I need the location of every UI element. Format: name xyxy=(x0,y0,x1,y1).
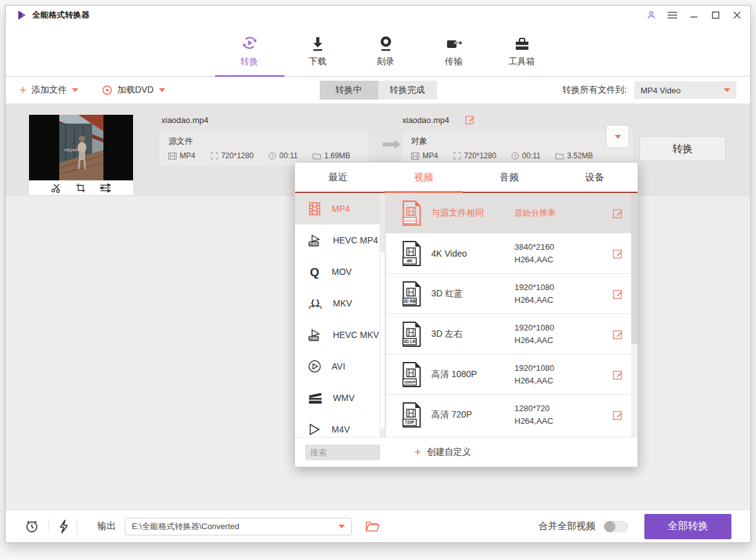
clock-icon xyxy=(269,152,276,160)
nav-tab-label: 转换 xyxy=(241,56,259,67)
schedule-clock-icon[interactable] xyxy=(25,519,39,534)
plus-icon: + xyxy=(414,448,421,457)
minimize-icon[interactable] xyxy=(689,11,699,20)
preset-row-3d-lr[interactable]: 3D LR 3D 左右 1920*1080H264,AAC xyxy=(386,314,637,354)
preset-720p-icon: 720P xyxy=(401,402,422,428)
thumbnail-image: KBQWN xyxy=(29,115,133,180)
output-label: 输出 xyxy=(97,520,116,532)
format-item-mp4[interactable]: MP4 xyxy=(295,193,385,225)
trim-scissors-icon[interactable] xyxy=(51,183,62,193)
preset-row-1080p[interactable]: 1080P 高清 1080P 1920*1080H264,AAC xyxy=(386,354,637,395)
format-item-m4v[interactable]: M4V xyxy=(295,414,385,437)
svg-text:HEVC: HEVC xyxy=(309,337,318,341)
format-item-wmv[interactable]: WMV xyxy=(295,382,385,414)
preset-row-3d-rb[interactable]: 3D RB 3D 红蓝 1920*1080H264,AAC xyxy=(386,274,637,314)
nav-tab-toolbox[interactable]: 工具箱 xyxy=(496,32,549,67)
nav-tab-burn[interactable]: 刻录 xyxy=(359,32,412,67)
rename-edit-icon[interactable] xyxy=(465,114,475,125)
source-info-title: 源文件 xyxy=(168,136,360,147)
preset-specs: 1920*1080H264,AAC xyxy=(515,281,554,306)
format-list-scrollbar-thumb[interactable] xyxy=(380,251,385,429)
preset-name: 高清 1080P xyxy=(431,369,515,380)
chevron-down-icon[interactable] xyxy=(72,88,78,92)
account-icon[interactable] xyxy=(646,11,656,20)
convert-all-to-select[interactable]: MP4 Video xyxy=(634,81,736,99)
target-format-dropdown-button[interactable] xyxy=(606,125,629,148)
format-list-scrollbar-track[interactable] xyxy=(380,193,385,437)
svg-text:1080P: 1080P xyxy=(404,380,416,384)
tab-device[interactable]: 设备 xyxy=(552,163,637,192)
menu-icon[interactable] xyxy=(668,11,677,20)
preset-edit-icon[interactable] xyxy=(612,288,624,300)
chevron-down-icon[interactable] xyxy=(159,88,165,92)
close-icon[interactable] xyxy=(732,11,741,20)
source-filename: xiaodao.mp4 xyxy=(161,115,208,125)
svg-text:4K: 4K xyxy=(407,258,413,264)
preset-edit-icon[interactable] xyxy=(612,207,624,219)
preset-row-source[interactable]: source 与源文件相同 原始分辨率 xyxy=(386,193,637,233)
folder-icon xyxy=(313,153,321,160)
nav-tab-download[interactable]: 下载 xyxy=(291,32,344,67)
source-format: MP4 xyxy=(168,151,195,160)
add-file-label: 添加文件 xyxy=(32,85,67,96)
preset-name: 与源文件相同 xyxy=(431,207,515,219)
add-file-button[interactable]: + 添加文件 xyxy=(20,85,78,96)
nav-tab-convert[interactable]: 转换 xyxy=(223,32,276,67)
format-picker-popup: 最近 视频 音频 设备 MP4 HEVC HEVC MP4 Q MOV { } … xyxy=(294,162,638,467)
mp4-film-icon xyxy=(308,202,322,216)
nav-tab-transfer[interactable]: 传输 xyxy=(427,32,480,67)
format-item-hevc-mkv[interactable]: HEVC HEVC MKV xyxy=(295,319,385,351)
svg-text:3D LR: 3D LR xyxy=(404,339,416,344)
preset-specs: 1920*1080H264,AAC xyxy=(515,322,554,347)
open-folder-icon[interactable] xyxy=(366,521,380,532)
wmv-clapper-icon xyxy=(308,391,323,405)
maximize-icon[interactable] xyxy=(711,11,720,20)
format-label: MOV xyxy=(332,267,352,277)
convert-all-to-label: 转换所有文件到: xyxy=(562,85,627,96)
preset-list-scrollbar-thumb[interactable] xyxy=(631,193,637,344)
target-size: 3.52MB xyxy=(555,151,593,160)
source-resolution: 720*1280 xyxy=(211,151,253,160)
svg-text:{ }: { } xyxy=(311,298,320,307)
preset-row-4k[interactable]: 4K 4K Video 3840*2160H264,AAC xyxy=(386,233,637,274)
format-item-mov[interactable]: Q MOV xyxy=(295,256,385,288)
preset-row-720p[interactable]: 720P 高清 720P 1280*720H264,AAC xyxy=(386,395,637,435)
effects-sliders-icon[interactable] xyxy=(100,183,111,193)
preset-edit-icon[interactable] xyxy=(612,248,624,259)
preset-source-icon: source xyxy=(401,201,422,226)
preset-edit-icon[interactable] xyxy=(612,409,624,421)
titlebar: 全能格式转换器 xyxy=(6,6,750,25)
svg-text:source: source xyxy=(404,218,416,223)
preset-edit-icon[interactable] xyxy=(612,329,624,340)
bottom-bar: 输出 E:\全能格式转换器\Converted 合并全部视频 全部转换 xyxy=(6,510,750,542)
hardware-acceleration-icon[interactable] xyxy=(59,520,67,534)
merge-videos-toggle[interactable] xyxy=(604,521,628,532)
create-custom-button[interactable]: + 创建自定义 xyxy=(414,446,471,458)
load-dvd-button[interactable]: 加载DVD xyxy=(102,85,165,96)
avi-play-circle-icon xyxy=(308,359,322,373)
preset-specs: 1920*1080H264,AAC xyxy=(515,362,554,387)
source-duration: 00:11 xyxy=(269,151,298,160)
svg-text:KBQWN: KBQWN xyxy=(64,148,79,152)
film-icon xyxy=(168,153,177,160)
tab-converted[interactable]: 转换完成 xyxy=(378,81,437,100)
preset-list-scrollbar-track[interactable] xyxy=(631,193,637,437)
preset-name: 3D 红蓝 xyxy=(431,288,515,300)
convert-button[interactable]: 转换 xyxy=(639,136,726,161)
tab-video[interactable]: 视频 xyxy=(381,163,467,192)
tab-converting[interactable]: 转换中 xyxy=(320,81,378,100)
format-label: M4V xyxy=(332,424,350,435)
tab-audio[interactable]: 音频 xyxy=(467,163,552,192)
quicktime-icon: Q xyxy=(308,265,322,279)
crop-icon[interactable] xyxy=(76,183,86,193)
format-item-avi[interactable]: AVI xyxy=(295,351,385,382)
toolbox-icon xyxy=(513,32,531,52)
convert-all-button[interactable]: 全部转换 xyxy=(644,514,731,539)
preset-edit-icon[interactable] xyxy=(612,369,624,380)
search-input[interactable] xyxy=(305,445,380,460)
format-item-hevc-mp4[interactable]: HEVC HEVC MP4 xyxy=(295,225,385,256)
output-path-select[interactable]: E:\全能格式转换器\Converted xyxy=(125,518,352,535)
chevron-down-icon xyxy=(339,525,345,528)
tab-recent[interactable]: 最近 xyxy=(295,163,381,192)
format-item-mkv[interactable]: { } MKV xyxy=(295,288,385,319)
